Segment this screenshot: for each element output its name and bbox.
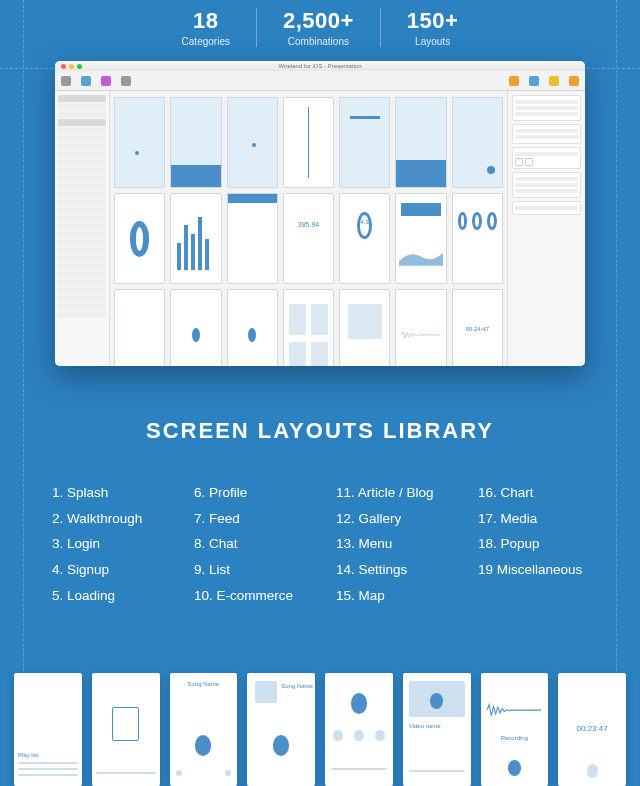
category-item: 11. Article / Blog	[336, 480, 446, 506]
artboard	[227, 289, 278, 366]
category-item: 1. Splash	[52, 480, 162, 506]
artboard	[395, 97, 446, 188]
artboard	[170, 289, 221, 366]
tool-icon	[101, 76, 111, 86]
stat-label: Combinations	[283, 36, 354, 47]
layout-card: Song Name	[170, 673, 238, 786]
tool-icon	[549, 76, 559, 86]
card-label: Video name	[409, 723, 441, 729]
titlebar: Wireland for iOS - Presentation	[55, 61, 585, 71]
toolbar	[55, 71, 585, 91]
category-item: 14. Settings	[336, 557, 446, 583]
artboard	[283, 289, 334, 366]
layout-card: 00:23:47	[558, 673, 626, 786]
artboard	[339, 97, 390, 188]
layout-card	[325, 673, 393, 786]
layout-card	[92, 673, 160, 786]
artboard	[114, 289, 165, 366]
card-label: Recording	[481, 735, 549, 741]
waveform-icon	[487, 696, 541, 724]
artboard	[283, 97, 334, 188]
tool-icon	[569, 76, 579, 86]
artboard	[452, 97, 503, 188]
design-app-window: Wireland for iOS - Presentation	[55, 61, 585, 366]
category-item: 9. List	[194, 557, 304, 583]
category-item: 4. Signup	[52, 557, 162, 583]
stat-number: 18	[182, 8, 230, 34]
category-col: 16. Chart 17. Media 18. Popup 19 Miscell…	[478, 480, 588, 608]
stat-combinations: 2,500+ Combinations	[256, 8, 380, 47]
card-label: Song Name	[170, 681, 238, 687]
artboard	[114, 193, 165, 284]
tool-icon	[121, 76, 131, 86]
category-item: 15. Map	[336, 583, 446, 609]
category-item: 12. Gallery	[336, 506, 446, 532]
layout-card: Recording	[481, 673, 549, 786]
workspace: 395.94 4.3	[55, 91, 585, 366]
artboard	[452, 193, 503, 284]
tool-icon	[529, 76, 539, 86]
artboard: 00:24:47	[452, 289, 503, 366]
card-label: Play list	[18, 752, 39, 758]
artboard	[339, 289, 390, 366]
card-label: Song Name	[281, 683, 313, 689]
tool-icon	[81, 76, 91, 86]
artboard	[170, 97, 221, 188]
category-item: 3. Login	[52, 531, 162, 557]
category-col: 11. Article / Blog 12. Gallery 13. Menu …	[336, 480, 446, 608]
thumbnail-strip: Play list Song Name Song Name Video name…	[0, 663, 640, 786]
category-item: 18. Popup	[478, 531, 588, 557]
stats-row: 18 Categories 2,500+ Combinations 150+ L…	[0, 0, 640, 47]
layout-card: Song Name	[247, 673, 315, 786]
canvas: 395.94 4.3	[110, 91, 507, 366]
category-item: 5. Loading	[52, 583, 162, 609]
category-item: 17. Media	[478, 506, 588, 532]
category-item: 19 Miscellaneous	[478, 557, 588, 583]
tool-icon	[61, 76, 71, 86]
category-col: 6. Profile 7. Feed 8. Chat 9. List 10. E…	[194, 480, 304, 608]
stat-categories: 18 Categories	[156, 8, 256, 47]
category-col: 1. Splash 2. Walkthrough 3. Login 4. Sig…	[52, 480, 162, 608]
category-item: 13. Menu	[336, 531, 446, 557]
layout-card: Play list	[14, 673, 82, 786]
layout-card: Video name	[403, 673, 471, 786]
category-item: 8. Chat	[194, 531, 304, 557]
stat-label: Layouts	[407, 36, 459, 47]
artboard	[395, 289, 446, 366]
category-item: 7. Feed	[194, 506, 304, 532]
category-item: 10. E-commerce	[194, 583, 304, 609]
layers-panel	[55, 91, 110, 366]
category-item: 16. Chart	[478, 480, 588, 506]
library-section: SCREEN LAYOUTS LIBRARY 1. Splash 2. Walk…	[0, 418, 640, 608]
stat-number: 2,500+	[283, 8, 354, 34]
artboard	[170, 193, 221, 284]
artboard	[227, 97, 278, 188]
stat-label: Categories	[182, 36, 230, 47]
stat-layouts: 150+ Layouts	[380, 8, 485, 47]
artboard: 395.94	[283, 193, 334, 284]
category-item: 2. Walkthrough	[52, 506, 162, 532]
card-label: 00:23:47	[558, 724, 626, 733]
artboard	[114, 97, 165, 188]
inspector-panel	[507, 91, 585, 366]
artboard: 4.3	[339, 193, 390, 284]
stat-number: 150+	[407, 8, 459, 34]
window-title: Wireland for iOS - Presentation	[55, 63, 585, 69]
library-title: SCREEN LAYOUTS LIBRARY	[0, 418, 640, 444]
artboard	[395, 193, 446, 284]
tool-icon	[509, 76, 519, 86]
category-columns: 1. Splash 2. Walkthrough 3. Login 4. Sig…	[0, 480, 640, 608]
artboard	[227, 193, 278, 284]
category-item: 6. Profile	[194, 480, 304, 506]
